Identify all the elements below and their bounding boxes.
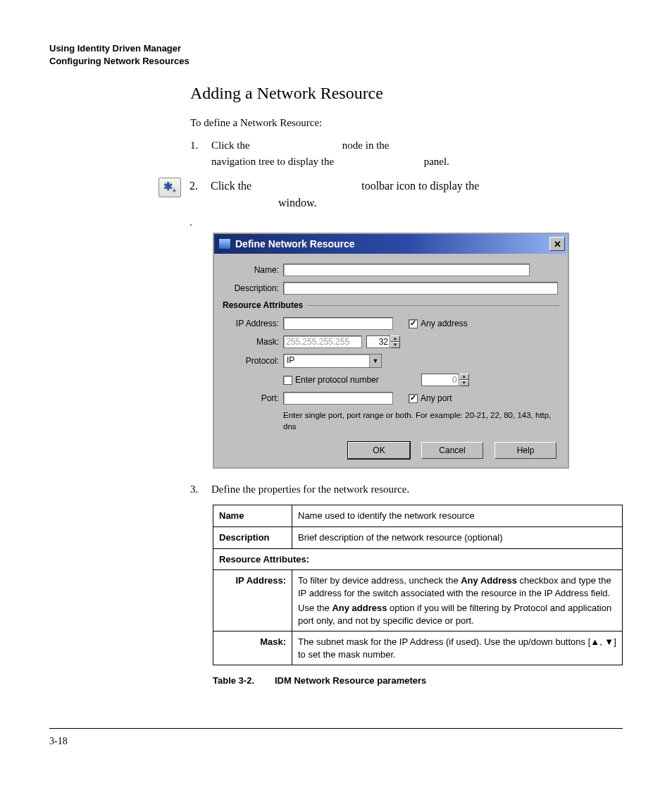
header-line-2: Configuring Network Resources — [49, 55, 623, 68]
any-port-checkbox[interactable] — [409, 394, 418, 403]
param-desc: Name used to identify the network resour… — [292, 505, 623, 527]
page-footer: 3-18 — [49, 728, 623, 747]
dialog-titlebar: Define Network Resource ✕ — [214, 234, 568, 254]
step-1: 1. Click the node in the navigation tree… — [190, 137, 623, 171]
page-number: 3-18 — [49, 736, 68, 746]
port-label: Port: — [223, 393, 283, 403]
running-header: Using Identity Driven Manager Configurin… — [49, 42, 623, 67]
table-row: IP Address: To filter by device address,… — [213, 570, 623, 632]
spinner-up-icon[interactable]: ▲ — [459, 374, 469, 380]
mask-label: Mask: — [223, 337, 283, 347]
description-input[interactable] — [283, 282, 558, 295]
help-button[interactable]: Help — [494, 442, 556, 459]
spinner-down-icon[interactable]: ▼ — [390, 342, 400, 348]
spinner-up-icon[interactable]: ▲ — [390, 335, 400, 342]
name-input[interactable] — [283, 264, 530, 276]
param-name: Name — [213, 505, 292, 527]
ok-button[interactable]: OK — [348, 442, 410, 459]
define-network-resource-dialog: Define Network Resource ✕ Name: Descript… — [213, 233, 569, 469]
param-name: Mask: — [213, 632, 292, 665]
name-label: Name: — [223, 265, 283, 275]
protocol-select[interactable]: IP ▼ — [283, 354, 382, 368]
cancel-button[interactable]: Cancel — [421, 442, 483, 459]
intro-text: To define a Network Resource: — [190, 117, 623, 129]
step-3: 3. Define the properties for the network… — [190, 481, 623, 498]
chevron-down-icon[interactable]: ▼ — [369, 355, 381, 367]
spinner-down-icon[interactable]: ▼ — [459, 380, 469, 386]
port-hint: Enter single port, port range or both. F… — [283, 410, 559, 432]
protocol-label: Protocol: — [223, 356, 283, 366]
resource-attributes-group: Resource Attributes — [223, 300, 559, 310]
param-name: Description — [213, 527, 292, 549]
ip-label: IP Address: — [223, 319, 283, 328]
step-body: Define the properties for the network re… — [211, 481, 623, 498]
step-body: Click the toolbar icon to display the wi… — [211, 178, 623, 213]
table-row: Mask: The subnet mask for the IP Address… — [213, 632, 623, 665]
mask-bits-spinner[interactable]: 32 ▲ ▼ — [366, 335, 400, 348]
add-network-resource-icon: ✱+ — [158, 178, 181, 197]
enter-protocol-number-checkbox[interactable] — [283, 376, 292, 385]
step-number: 3. — [190, 481, 211, 498]
description-label: Description: — [223, 283, 283, 293]
table-caption: Table 3-2.IDM Network Resource parameter… — [213, 675, 623, 686]
any-address-label: Any address — [421, 319, 468, 328]
param-desc: To filter by device address, uncheck the… — [292, 570, 623, 632]
table-group-header-row: Resource Attributes: — [213, 548, 623, 570]
any-address-checkbox[interactable] — [409, 319, 418, 328]
dialog-title: Define Network Resource — [235, 238, 355, 250]
close-button[interactable]: ✕ — [549, 237, 565, 251]
table-row: Name Name used to identify the network r… — [213, 505, 623, 527]
step-2: 2. Click the toolbar icon to display the… — [189, 178, 623, 213]
step-number: 1. — [190, 137, 211, 171]
step-number: 2. — [189, 178, 211, 213]
enter-protocol-number-label: Enter protocol number — [295, 375, 379, 385]
param-desc: The subnet mask for the IP Address (if u… — [292, 632, 623, 665]
section-title: Adding a Network Resource — [190, 84, 623, 103]
any-port-label: Any port — [421, 393, 452, 403]
header-line-1: Using Identity Driven Manager — [49, 42, 623, 55]
step-body: Click the node in the navigation tree to… — [211, 137, 623, 171]
group-header-cell: Resource Attributes: — [213, 548, 623, 570]
port-input[interactable] — [283, 392, 393, 405]
table-row: Description Brief description of the net… — [213, 527, 623, 549]
mask-input[interactable]: 255.255.255.255 — [283, 335, 362, 348]
param-name: IP Address: — [213, 570, 292, 632]
param-desc: Brief description of the network resourc… — [292, 527, 623, 549]
dialog-title-icon — [218, 238, 231, 250]
protocol-number-spinner[interactable]: 0 ▲ ▼ — [421, 374, 469, 386]
ip-address-input[interactable] — [283, 317, 393, 330]
parameters-table: Name Name used to identify the network r… — [213, 505, 623, 665]
